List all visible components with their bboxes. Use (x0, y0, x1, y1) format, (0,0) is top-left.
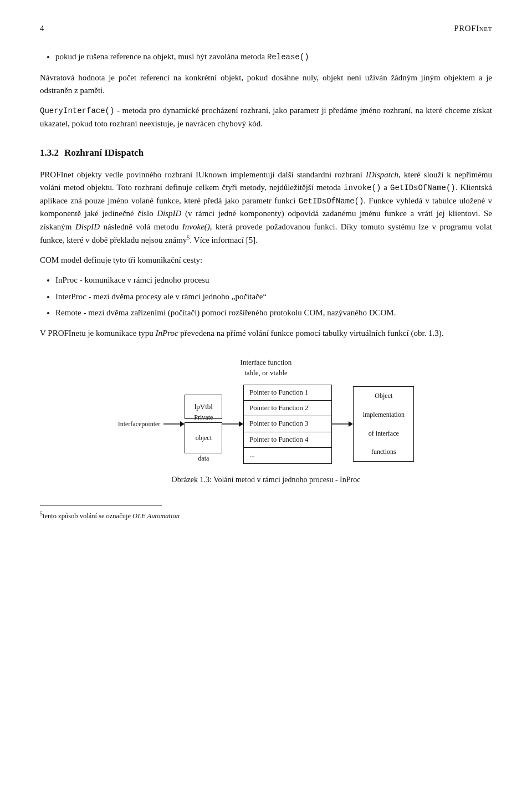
idispatch-italic: IDispatch (366, 170, 398, 179)
footnote-italic: OLE Automation (132, 512, 180, 520)
paragraph-queryinterface: QueryInterface() - metoda pro dynamické … (40, 104, 492, 130)
diagram-main-row: Interfacepointer lpVtbl Private object d… (118, 385, 415, 464)
fn-label-dots: ... (249, 451, 254, 459)
object-line1: Object (375, 391, 392, 401)
section-idispatch-heading: 1.3.2Rozhraní IDispatch (40, 146, 492, 160)
fn-row-2: Pointer to Function 2 (244, 401, 331, 416)
diagram-label-line1: Interface function (241, 358, 292, 366)
section-number: 1.3.2 (40, 147, 59, 158)
fn-label-4: Pointer to Function 4 (249, 436, 308, 443)
object-box: Object implementation of interface funct… (353, 386, 414, 462)
fn-label-1: Pointer to Function 1 (249, 389, 308, 396)
page-title: PROFInet (454, 22, 492, 35)
fn-row-dots: ... (244, 448, 331, 463)
bullet-interproc: InterProc - mezi dvěma procesy ale v rám… (55, 290, 492, 303)
arrow3-svg (332, 419, 353, 429)
fn-label-2: Pointer to Function 2 (249, 404, 308, 412)
queryinterface-code: QueryInterface() (40, 106, 114, 115)
arrow2-svg (222, 419, 243, 429)
com-bullets: InProc - komunikace v rámci jednoho proc… (55, 274, 492, 319)
page-header: 4 PROFInet (40, 22, 492, 35)
private-box: Private object data (185, 422, 222, 453)
fn-row-3: Pointer to Function 3 (244, 416, 331, 432)
object-line4: functions (371, 447, 396, 457)
para5-text: V PROFInetu je komunikace typu (40, 329, 154, 338)
diagram-container: Interface function table, or vtable Inte… (40, 357, 492, 463)
functions-box: Pointer to Function 1 Pointer to Functio… (243, 385, 332, 464)
left-column: lpVtbl Private object data (185, 395, 222, 453)
private-line1: Private (194, 412, 213, 423)
svg-marker-5 (349, 421, 353, 427)
footnote-divider (40, 505, 162, 506)
svg-marker-1 (180, 421, 185, 427)
object-line2: implementation (363, 410, 405, 420)
section-title: Rozhraní IDispatch (64, 147, 144, 158)
interfacepointer-label: Interfacepointer (118, 419, 161, 430)
para5-end: převedena na přímé volání funkce pomocí … (180, 329, 443, 338)
fn-row-4: Pointer to Function 4 (244, 432, 331, 448)
private-line3: data (198, 453, 209, 464)
footnote-sup: 5 (187, 234, 190, 241)
invoke-code: invoke() (344, 183, 381, 192)
bullet-inproc: InProc - komunikace v rámci jednoho proc… (55, 274, 492, 287)
svg-marker-3 (239, 421, 243, 427)
release-code: Release() (267, 53, 309, 62)
getidsofname-code2: GetIDsOfName() (299, 197, 364, 206)
private-line2: object (196, 433, 212, 443)
fn-label-3: Pointer to Function 3 (249, 420, 308, 427)
figure-caption: Obrázek 1.3: Volání metod v rámci jednoh… (40, 474, 492, 486)
getidsofname-code: GetIDsOfName() (390, 183, 456, 192)
paragraph-navratova: Návratová hodnota je počet referencí na … (40, 71, 492, 98)
arrow1-svg (163, 419, 185, 429)
dispid2-italic: DispID (75, 222, 100, 231)
footnote: 5tento způsob volání se označuje OLE Aut… (40, 509, 492, 522)
page-number: 4 (40, 22, 44, 35)
inproc-italic: InProc (155, 329, 178, 338)
ipvtbl-label: lpVtbl (195, 401, 213, 412)
diagram-top-label: Interface function table, or vtable (241, 357, 292, 377)
bullet-remote: Remote - mezi dvěma zařízeními (počítači… (55, 306, 492, 319)
fn-row-1: Pointer to Function 1 (244, 385, 331, 401)
invoke-italic: Invoke() (182, 222, 210, 231)
object-line3: of interface (369, 429, 399, 438)
bullet-release: pokud je rušena reference na objekt, mus… (55, 50, 492, 64)
dispid-italic: DispID (157, 209, 181, 218)
diagram-label-line2: table, or vtable (244, 369, 288, 377)
intro-bullets: pokud je rušena reference na objekt, mus… (55, 50, 492, 64)
paragraph-idispatch: PROFInet objekty vedle povinného rozhran… (40, 168, 492, 247)
footnote-text: tento způsob volání se označuje (43, 512, 131, 520)
bullet-release-text: pokud je rušena reference na objekt, mus… (55, 52, 265, 61)
paragraph-vprofinet: V PROFInetu je komunikace typu InProc př… (40, 327, 492, 340)
paragraph-com: COM model definuje tyto tři komunikační … (40, 254, 492, 267)
